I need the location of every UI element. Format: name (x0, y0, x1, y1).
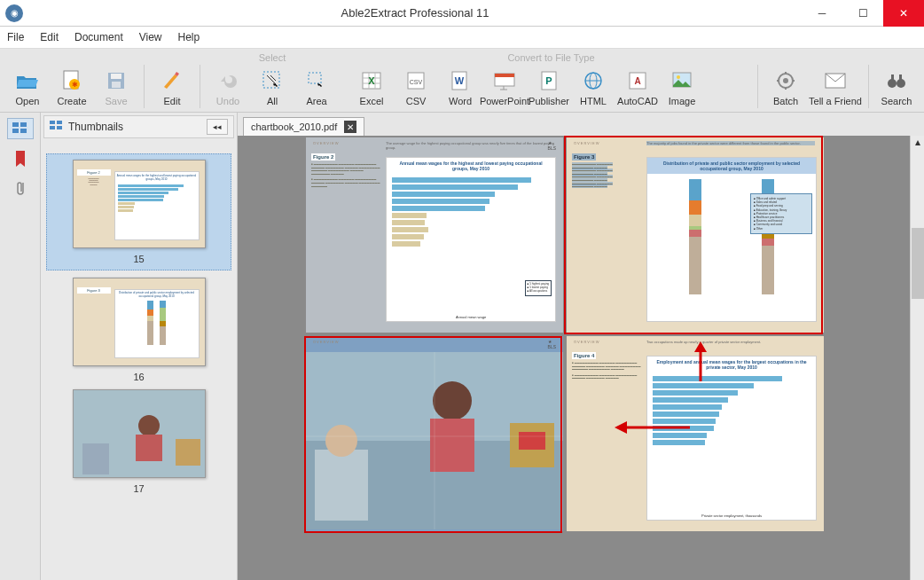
bookmarks-toggle[interactable] (7, 148, 34, 169)
thumbnail-page[interactable]: 17 (46, 389, 231, 494)
close-button[interactable]: ✕ (883, 0, 924, 27)
publisher-button[interactable]: PPublisher (527, 65, 571, 108)
thumbnail-list[interactable]: Figure 2▬▬▬▬▬▬▬▬▬▬▬▬▬▬▬▬▬▬▬▬▬ Annual mea… (41, 141, 237, 580)
maximize-button[interactable]: ☐ (842, 0, 883, 27)
html-button[interactable]: HTML (571, 65, 615, 108)
document-page[interactable]: OVERVIEW ★BLS (306, 336, 563, 531)
image-button[interactable]: Image (660, 65, 704, 108)
app-icon: ◉ (5, 4, 23, 22)
excel-icon: X (359, 68, 384, 93)
folder-open-icon (15, 68, 40, 93)
svg-rect-35 (777, 80, 779, 82)
svg-rect-52 (136, 435, 162, 461)
document-page[interactable]: OVERVIEW The average wage for the highes… (306, 137, 563, 333)
batch-icon (773, 68, 798, 93)
svg-point-30 (677, 75, 680, 79)
svg-rect-47 (57, 121, 62, 124)
document-page[interactable]: OVERVIEW The majority of jobs found in t… (567, 137, 824, 333)
search-button[interactable]: Search (874, 65, 919, 108)
menu-edit[interactable]: Edit (40, 31, 59, 43)
document-page[interactable]: OVERVIEW Two occupations made up nearly … (567, 336, 824, 531)
titlebar: ◉ Able2Extract Professional 11 ─ ☐ ✕ (0, 0, 924, 27)
save-icon (104, 68, 129, 93)
tab-bar: chartbook_2010.pdf ✕ (238, 113, 924, 136)
svg-rect-42 (12, 122, 19, 127)
thumbnail-panel: Thumbnails ◂◂ Figure 2▬▬▬▬▬▬▬▬▬▬▬▬▬▬▬▬▬▬… (41, 113, 238, 580)
svg-rect-5 (112, 82, 121, 88)
envelope-icon (823, 68, 848, 93)
binocular-icon (884, 68, 909, 93)
csv-button[interactable]: CSVCSV (394, 65, 438, 108)
section-select-label: Select (200, 52, 344, 66)
tab-close-button[interactable]: ✕ (344, 121, 356, 133)
thumbnail-number: 17 (46, 483, 231, 494)
svg-rect-4 (111, 74, 121, 79)
svg-rect-44 (12, 129, 19, 133)
svg-rect-48 (50, 126, 55, 129)
svg-rect-59 (315, 450, 368, 521)
attachments-toggle[interactable] (7, 178, 34, 200)
thumbnail-page[interactable]: Figure 3 Distribution of private and pub… (46, 278, 231, 382)
undo-button[interactable]: Undo (206, 65, 250, 108)
select-all-icon (260, 68, 285, 93)
batch-button[interactable]: Batch (763, 65, 808, 108)
svg-rect-49 (57, 126, 62, 129)
create-button[interactable]: ✱Create (50, 65, 94, 108)
thumbnails-title: Thumbnails (68, 121, 123, 133)
svg-text:A: A (634, 76, 640, 86)
svg-point-57 (433, 381, 472, 420)
minimize-button[interactable]: ─ (802, 0, 842, 27)
open-button[interactable]: Open (5, 65, 50, 108)
pencil-icon (160, 68, 184, 93)
powerpoint-icon (492, 68, 517, 93)
autocad-icon: A (625, 68, 650, 93)
svg-rect-53 (82, 443, 109, 474)
svg-point-51 (138, 415, 160, 436)
svg-rect-46 (50, 121, 55, 124)
thumbnails-toggle[interactable] (7, 118, 34, 139)
menu-document[interactable]: Document (74, 31, 123, 43)
edit-button[interactable]: Edit (150, 65, 194, 108)
csv-icon: CSV (403, 68, 428, 93)
powerpoint-button[interactable]: PowerPoint (482, 65, 527, 108)
word-button[interactable]: WWord (438, 65, 482, 108)
menu-help[interactable]: Help (178, 31, 200, 43)
svg-point-38 (888, 79, 897, 88)
menu-view[interactable]: View (139, 31, 162, 43)
svg-point-39 (897, 79, 905, 88)
thumbnail-number: 16 (46, 372, 231, 382)
vertical-scrollbar[interactable]: ▴ (910, 136, 924, 580)
svg-text:✱: ✱ (72, 81, 78, 89)
autocad-button[interactable]: AAutoCAD (615, 65, 660, 108)
excel-button[interactable]: XExcel (349, 65, 394, 108)
select-area-icon (304, 68, 329, 93)
document-viewport: chartbook_2010.pdf ✕ OVERVIEW The averag… (238, 113, 924, 580)
select-area-button[interactable]: Area (294, 65, 339, 108)
svg-rect-40 (891, 74, 894, 80)
tell-friend-button[interactable]: Tell a Friend (808, 65, 863, 108)
publisher-icon: P (536, 68, 561, 93)
word-icon: W (448, 68, 473, 93)
svg-text:W: W (455, 75, 465, 86)
svg-rect-41 (899, 74, 902, 80)
select-all-button[interactable]: All (250, 65, 294, 108)
collapse-panel-button[interactable]: ◂◂ (207, 119, 228, 135)
thumbnail-page[interactable]: Figure 2▬▬▬▬▬▬▬▬▬▬▬▬▬▬▬▬▬▬▬▬▬ Annual mea… (46, 153, 231, 270)
toolbar: Open ✱Create Save Edit Select Undo All A… (0, 48, 924, 113)
svg-text:CSV: CSV (410, 79, 423, 85)
document-tab[interactable]: chartbook_2010.pdf ✕ (243, 117, 364, 136)
svg-text:P: P (545, 75, 552, 86)
thumbnail-number: 15 (52, 254, 225, 264)
svg-rect-34 (785, 87, 787, 90)
menu-file[interactable]: File (7, 31, 24, 43)
new-document-icon: ✱ (59, 68, 84, 93)
main-area: Thumbnails ◂◂ Figure 2▬▬▬▬▬▬▬▬▬▬▬▬▬▬▬▬▬▬… (0, 113, 924, 580)
document-canvas[interactable]: OVERVIEW The average wage for the highes… (238, 136, 910, 580)
sidebar-rail (0, 113, 41, 580)
thumbnails-icon (50, 121, 64, 133)
svg-rect-36 (792, 80, 795, 82)
svg-rect-19 (495, 74, 514, 77)
save-button[interactable]: Save (94, 65, 138, 108)
section-convert-label: Convert to File Type (344, 52, 758, 66)
tab-label: chartbook_2010.pdf (251, 121, 337, 132)
